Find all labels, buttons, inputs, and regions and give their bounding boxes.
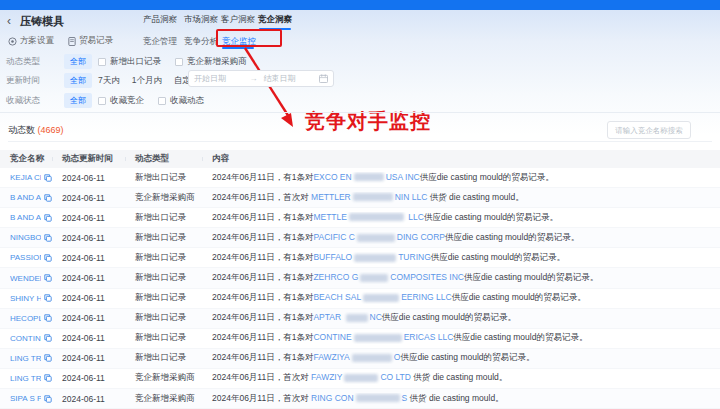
competitor-name-text[interactable]: LING TRADI... — [10, 354, 41, 363]
content-company-link[interactable]: NIN LLC — [395, 192, 428, 202]
table-row[interactable]: LING TRADI...2024-06-11新增出口记录2024年06月11日… — [0, 349, 720, 369]
competitor-name-link[interactable]: NINGBO M... — [0, 233, 52, 242]
filter-all-pill[interactable]: 全部 — [64, 93, 92, 108]
table-row[interactable]: KEJIA CHA...2024-06-11新增出口记录2024年06月11日，… — [0, 168, 720, 188]
content-company-link[interactable]: RING CON — [311, 393, 354, 403]
subtab-competitor-manage[interactable]: 竞企管理 — [143, 36, 177, 48]
competitor-name-link[interactable]: B AND A P... — [0, 193, 52, 202]
checkbox-icon[interactable] — [158, 97, 166, 105]
table-row[interactable]: PASSION M...2024-06-11新增出口记录2024年06月11日，… — [0, 248, 720, 268]
content-company-link[interactable]: FAWZIY — [311, 372, 342, 382]
table-row[interactable]: NINGBO M...2024-06-11新增出口记录2024年06月11日，有… — [0, 228, 720, 248]
competitor-name-text[interactable]: KEJIA CHA... — [10, 173, 41, 182]
content-company-link[interactable]: NC — [370, 312, 382, 322]
start-date-placeholder[interactable]: 开始日期 — [194, 73, 244, 84]
content-company-link[interactable]: EXCO EN — [313, 172, 351, 182]
content-company-link[interactable]: DING CORP — [397, 232, 445, 242]
copy-icon[interactable] — [44, 374, 52, 382]
copy-icon[interactable] — [44, 174, 52, 182]
competitor-name-text[interactable]: NINGBO M... — [10, 233, 41, 242]
back-icon[interactable]: ‹ — [7, 14, 11, 28]
content-company-link[interactable]: USA INC — [386, 172, 420, 182]
table-row[interactable]: CONTINEN...2024-06-11新增出口记录2024年06月11日，有… — [0, 329, 720, 349]
filter-all-pill[interactable]: 全部 — [64, 54, 92, 69]
plan-settings-button[interactable]: 方案设置 — [8, 35, 54, 47]
competitor-name-text[interactable]: LING TRADI... — [10, 374, 41, 383]
update-date-cell: 2024-06-11 — [52, 353, 125, 363]
subtab-competition-analysis[interactable]: 竞争分析 — [184, 36, 218, 48]
content-company-link[interactable]: PACIFIC C — [313, 232, 354, 242]
table-row[interactable]: WENDENG ...2024-06-11新增出口记录2024年06月11日，有… — [0, 268, 720, 288]
checkbox-favorite-competitor[interactable]: 收藏竞企 — [98, 95, 144, 107]
content-company-link[interactable]: CO LTD — [380, 372, 411, 382]
checkbox-new-buyer[interactable]: 竞企新增采购商 — [175, 56, 247, 68]
tab-customer-insight[interactable]: 客户洞察 — [221, 14, 255, 26]
table-row[interactable]: LING TRADI...2024-06-11竞企新增采购商2024年06月11… — [0, 369, 720, 389]
content-company-link[interactable]: CONTINE — [313, 332, 351, 342]
competitor-name-link[interactable]: SHINY HK I... — [0, 294, 52, 303]
copy-icon[interactable] — [44, 294, 52, 302]
end-date-placeholder[interactable]: 结束日期 — [264, 73, 314, 84]
competitor-name-text[interactable]: CONTINEN... — [10, 334, 41, 343]
copy-icon[interactable] — [44, 254, 52, 262]
copy-icon[interactable] — [44, 314, 52, 322]
table-row[interactable]: SHINY HK I...2024-06-11新增出口记录2024年06月11日… — [0, 289, 720, 309]
search-input[interactable] — [607, 121, 691, 139]
date-range-input[interactable]: 开始日期 → 结束日期 — [188, 70, 334, 87]
competitor-name-text[interactable]: HECOPLAS... — [10, 314, 41, 323]
competitor-name-text[interactable]: SIPA S P A S... — [10, 394, 41, 403]
copy-icon[interactable] — [44, 274, 52, 282]
table-row[interactable]: SIPA S P A S...2024-06-11竞企新增采购商2024年06月… — [0, 389, 720, 409]
copy-icon[interactable] — [44, 234, 52, 242]
competitor-name-link[interactable]: B AND A P... — [0, 213, 52, 222]
content-company-link[interactable]: ZEHRCO G — [313, 272, 358, 282]
update-date-cell: 2024-06-11 — [52, 373, 125, 383]
content-company-link[interactable]: COMPOSITES INC — [390, 272, 464, 282]
competitor-name-link[interactable]: LING TRADI... — [0, 374, 52, 383]
copy-icon[interactable] — [44, 214, 52, 222]
content-company-link[interactable]: ERICAS LLC — [404, 332, 454, 342]
content-company-link[interactable]: LLC — [406, 212, 424, 222]
content-company-link[interactable]: EERING LLC — [401, 292, 452, 302]
calendar-icon[interactable] — [319, 74, 328, 83]
competitor-name-link[interactable]: PASSION M... — [0, 253, 52, 262]
competitor-name-link[interactable]: KEJIA CHA... — [0, 173, 52, 182]
copy-icon[interactable] — [44, 354, 52, 362]
option-1-month[interactable]: 1个月内 — [132, 75, 162, 87]
checkbox-icon[interactable] — [175, 58, 183, 66]
copy-icon[interactable] — [44, 194, 52, 202]
competitor-name-link[interactable]: CONTINEN... — [0, 334, 52, 343]
copy-icon[interactable] — [44, 334, 52, 342]
content-company-link[interactable]: FAWZIYA — [313, 352, 349, 362]
checkbox-favorite-dynamic[interactable]: 收藏动态 — [158, 95, 204, 107]
checkbox-icon[interactable] — [98, 58, 106, 66]
trade-records-button[interactable]: 贸易记录 — [68, 35, 113, 47]
content-company-link[interactable]: METTLE — [313, 212, 347, 222]
content-company-link[interactable]: APTAR — [313, 312, 343, 322]
tab-competitor-insight[interactable]: 竞企洞察 — [258, 14, 292, 26]
filter-all-pill[interactable]: 全部 — [64, 73, 92, 88]
competitor-name-text[interactable]: WENDENG ... — [10, 274, 41, 283]
competitor-name-text[interactable]: SHINY HK I... — [10, 294, 41, 303]
competitor-name-link[interactable]: HECOPLAS... — [0, 314, 52, 323]
option-7-days[interactable]: 7天内 — [98, 75, 120, 87]
content-company-link[interactable]: BUFFALO — [313, 252, 352, 262]
table-row[interactable]: B AND A P...2024-06-11新增出口记录2024年06月11日，… — [0, 208, 720, 228]
checkbox-icon[interactable] — [98, 97, 106, 105]
content-company-link[interactable]: METTLER — [311, 192, 351, 202]
tab-product-insight[interactable]: 产品洞察 — [143, 14, 177, 26]
table-row[interactable]: B AND A P...2024-06-11竞企新增采购商2024年06月11日… — [0, 188, 720, 208]
competitor-name-text[interactable]: B AND A P... — [10, 213, 41, 222]
checkbox-new-export-record[interactable]: 新增出口记录 — [98, 56, 161, 68]
content-company-link[interactable]: BEACH SAL — [313, 292, 361, 302]
filter-label: 更新时间 — [6, 75, 40, 87]
competitor-name-text[interactable]: B AND A P... — [10, 193, 41, 202]
content-company-link[interactable]: TURING — [398, 252, 431, 262]
copy-icon[interactable] — [44, 395, 52, 403]
tab-market-insight[interactable]: 市场洞察 — [184, 14, 218, 26]
competitor-name-link[interactable]: SIPA S P A S... — [0, 394, 52, 403]
competitor-name-link[interactable]: LING TRADI... — [0, 354, 52, 363]
competitor-name-text[interactable]: PASSION M... — [10, 253, 41, 262]
table-row[interactable]: HECOPLAS...2024-06-11新增出口记录2024年06月11日，有… — [0, 309, 720, 329]
competitor-name-link[interactable]: WENDENG ... — [0, 274, 52, 283]
